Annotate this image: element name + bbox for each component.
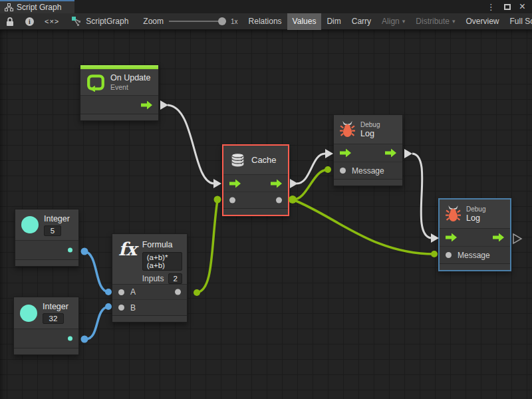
distribute-label: Distribute	[416, 17, 450, 26]
node-debug-log-top[interactable]: Debug Log Message	[333, 114, 403, 186]
value-in-port[interactable]	[229, 198, 235, 203]
message-in-port[interactable]: Message	[446, 251, 490, 260]
node-debug-log-bottom[interactable]: Debug Log Message	[438, 198, 511, 271]
chevron-down-icon: ▾	[402, 18, 406, 25]
node-header: Integer 32	[14, 297, 78, 329]
graph-name: ScriptGraph	[86, 17, 128, 26]
node-footer	[14, 348, 78, 354]
integer-icon	[20, 305, 37, 322]
value-out-port[interactable]	[276, 198, 282, 203]
node-integer-b[interactable]: Integer 32	[13, 297, 79, 355]
flow-out-port[interactable]	[385, 149, 396, 158]
value-out-port[interactable]	[68, 336, 72, 341]
flow-arrow-icon	[446, 233, 457, 242]
port-dot	[229, 198, 235, 203]
tab-title: Script Graph	[17, 3, 61, 12]
node-cache[interactable]: Cache	[222, 144, 289, 216]
zoom-slider-handle[interactable]	[218, 17, 226, 25]
value-out-port[interactable]	[68, 248, 72, 253]
inputs-label: Inputs	[142, 274, 164, 283]
input-a-port[interactable]: A	[118, 287, 136, 297]
flow-endpoint	[325, 149, 333, 158]
node-footer	[15, 259, 78, 266]
chevron-down-icon: ▾	[452, 18, 456, 25]
graph-tab-icon	[5, 3, 13, 11]
lock-icon	[5, 17, 15, 27]
close-icon[interactable]: ×	[519, 1, 525, 12]
wire-integer5-to-formula-a	[84, 251, 108, 292]
on-update-icon	[86, 73, 105, 92]
window-controls: ⋮ ×	[487, 0, 532, 13]
port-label: B	[130, 303, 136, 313]
full-screen-button[interactable]: Full Screen	[505, 13, 532, 30]
distribute-dropdown[interactable]: Distribute ▾	[410, 13, 460, 30]
graph-canvas[interactable]: On Update Event	[0, 30, 532, 399]
zoom-slider[interactable]	[169, 21, 226, 22]
dim-button[interactable]: Dim	[321, 13, 346, 30]
port-dot	[118, 289, 124, 295]
formula-fx-icon: fx	[118, 240, 137, 258]
flow-row	[334, 144, 402, 162]
value-out-port[interactable]	[175, 289, 181, 295]
port-dot	[175, 289, 181, 295]
lock-button[interactable]	[0, 13, 20, 30]
relations-button[interactable]: Relations	[243, 13, 287, 30]
database-icon	[229, 152, 246, 168]
flow-arrow-icon	[271, 179, 282, 188]
align-dropdown[interactable]: Align ▾	[376, 13, 410, 30]
node-integer-a[interactable]: Integer 5	[15, 209, 79, 267]
message-in-port[interactable]: Message	[340, 166, 384, 176]
flow-out-port[interactable]	[271, 179, 282, 188]
collapse-variables-button[interactable]: <×>	[39, 13, 65, 30]
value-endpoint	[81, 248, 88, 255]
tab-script-graph[interactable]: Script Graph	[0, 0, 74, 13]
maximize-icon[interactable]	[504, 4, 511, 10]
value-endpoint	[105, 289, 112, 295]
inputs-count-field[interactable]: 2	[168, 273, 182, 284]
node-formula[interactable]: fx Formula (a+b)*(a+b) Inputs 2 A	[112, 233, 188, 323]
info-button[interactable]: i	[20, 13, 39, 30]
titlebar: Script Graph ⋮ ×	[0, 0, 532, 13]
carry-button[interactable]: Carry	[346, 13, 376, 30]
titlebar-spacer	[74, 0, 487, 13]
values-button[interactable]: Values	[287, 13, 322, 30]
more-menu-icon[interactable]: ⋮	[487, 3, 495, 11]
formula-expression-field[interactable]: (a+b)*(a+b)	[142, 252, 182, 271]
value-endpoint	[325, 166, 331, 173]
node-title: On Update	[110, 73, 150, 82]
flow-arrow-icon	[493, 233, 504, 242]
node-header: Debug Log	[440, 200, 510, 229]
value-endpoint	[194, 289, 200, 296]
value-row	[15, 241, 78, 259]
integer-value-field[interactable]: 5	[44, 225, 61, 236]
overview-button[interactable]: Overview	[461, 13, 505, 30]
zoom-value: 1x	[231, 18, 238, 25]
wire-formula-to-cache	[197, 200, 217, 293]
flow-in-port[interactable]	[229, 179, 241, 188]
flow-in-port[interactable]	[340, 149, 351, 158]
node-subtitle: Event	[110, 83, 150, 91]
flow-row	[80, 96, 158, 114]
flow-out-port[interactable]	[141, 100, 152, 109]
integer-value-field[interactable]: 32	[43, 313, 64, 324]
unconnected-flow-arrow	[513, 234, 521, 243]
value-endpoint	[81, 336, 88, 343]
value-endpoint	[431, 251, 438, 257]
node-header: On Update Event	[80, 69, 158, 96]
zoom-control: Zoom 1x	[143, 17, 237, 26]
flow-endpoint	[213, 179, 221, 188]
input-b-port[interactable]: B	[118, 303, 136, 313]
value-row	[14, 329, 78, 348]
flow-out-port[interactable]	[493, 233, 504, 242]
value-endpoint	[214, 196, 221, 203]
node-title: Integer	[44, 214, 70, 223]
node-on-update[interactable]: On Update Event	[80, 65, 159, 121]
port-label: Message	[458, 251, 490, 260]
flow-endpoint	[404, 149, 412, 158]
node-header: Cache	[223, 146, 288, 175]
align-label: Align	[382, 17, 400, 26]
value-endpoint	[289, 196, 297, 203]
flow-endpoint	[160, 100, 168, 110]
port-label: Message	[352, 166, 384, 176]
flow-in-port[interactable]	[446, 233, 457, 242]
